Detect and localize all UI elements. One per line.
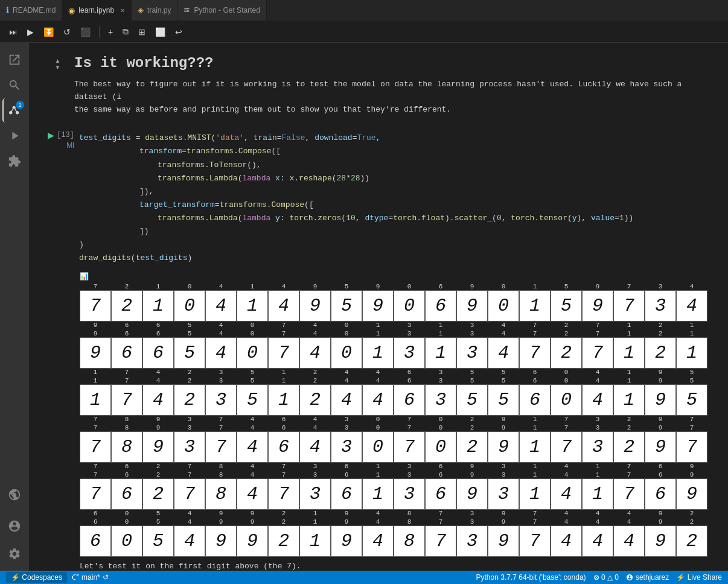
- mnist-top-label: 9: [488, 518, 519, 525]
- mnist-bot-label: 7: [174, 463, 205, 470]
- live-share-status[interactable]: ⚡ Live Share: [676, 573, 722, 582]
- mnist-digit-cell: 5: [237, 384, 268, 416]
- mnist-digit-cell: 2: [676, 525, 707, 557]
- run-all-button[interactable]: ⏭: [6, 25, 21, 39]
- mnist-digit-cell: 1: [362, 337, 394, 369]
- mnist-digit-cell: 3: [456, 525, 488, 557]
- mnist-digit-row: 17423512446355604195: [80, 384, 716, 416]
- mnist-digit-cell: 1: [582, 478, 613, 510]
- export-button[interactable]: ↩: [172, 25, 185, 39]
- mnist-bot-label: 7: [519, 510, 551, 517]
- mnist-top-label: 4: [205, 330, 237, 337]
- search-icon: [8, 78, 21, 92]
- mnist-digit-cell: 7: [80, 478, 111, 510]
- branch-icon: [72, 574, 79, 581]
- source-control-badge: 1: [16, 101, 24, 109]
- mnist-top-label: 5: [488, 377, 519, 384]
- mnist-bot-label: 9: [488, 510, 519, 517]
- mnist-digit-cell: 4: [299, 337, 331, 369]
- mnist-digit-cell: 3: [456, 337, 488, 369]
- mnist-digit-cell: 1: [519, 290, 551, 322]
- mnist-digit-cell: 9: [645, 431, 676, 463]
- mnist-bot-label: 9: [676, 463, 707, 470]
- bottom-text: Let's test it on the first digit above (…: [80, 562, 716, 571]
- branch-status[interactable]: main* ↺: [72, 573, 109, 582]
- mnist-digit-cell: 4: [237, 431, 268, 463]
- run-below-button[interactable]: ⏬: [40, 25, 57, 39]
- sidebar-item-run[interactable]: [2, 124, 27, 148]
- mnist-top-label: 7: [613, 283, 645, 290]
- mnist-top-label: 4: [142, 377, 174, 384]
- mnist-bot-label: 6: [425, 463, 456, 470]
- mnist-digit-cell: 9: [645, 525, 676, 557]
- mnist-digit-cell: 1: [425, 337, 456, 369]
- tab-learn-close[interactable]: ✕: [120, 7, 125, 14]
- tab-learn[interactable]: ◉ learn.ipynb ✕: [62, 0, 132, 21]
- mnist-bot-label: 3: [425, 369, 456, 376]
- mnist-bot-label: 4: [205, 322, 237, 329]
- mnist-bot-label: 2: [174, 369, 205, 376]
- mnist-digit-cell: 4: [362, 384, 394, 416]
- mnist-bot-label: 6: [111, 322, 142, 329]
- mnist-top-label: 2: [299, 377, 331, 384]
- mnist-bot-label: 9: [142, 416, 174, 423]
- tab-train[interactable]: ◈ train.py: [132, 0, 177, 21]
- outline-button[interactable]: ⬜: [152, 25, 168, 39]
- mnist-top-label: 9: [582, 283, 613, 290]
- cell-code[interactable]: test_digits = datasets.MNIST('data', tra…: [74, 129, 716, 267]
- codespaces-button[interactable]: ⚡ Codespaces: [6, 572, 67, 583]
- mnist-top-label: 1: [362, 471, 394, 478]
- user-status[interactable]: sethjuarez: [626, 573, 669, 582]
- run-button[interactable]: ▶: [24, 25, 37, 39]
- mnist-digit-cell: 2: [111, 290, 142, 322]
- mnist-top-label: 2: [111, 283, 142, 290]
- run-cell-button[interactable]: ▶: [48, 130, 54, 140]
- sidebar-item-remote[interactable]: [2, 483, 27, 507]
- mnist-digit-cell: 1: [237, 290, 268, 322]
- sidebar-item-source-control[interactable]: 1: [2, 98, 27, 122]
- cell-collapse-up[interactable]: ▲: [55, 57, 61, 64]
- mnist-bot-label: 7: [111, 369, 142, 376]
- restart-button[interactable]: ↺: [60, 25, 74, 39]
- add-cell-button[interactable]: +: [105, 25, 116, 39]
- sidebar-item-explorer[interactable]: [2, 48, 27, 72]
- mnist-top-label: 3: [394, 330, 425, 337]
- status-left: ⚡ Codespaces main* ↺: [6, 572, 109, 583]
- tab-readme[interactable]: ℹ README.md: [0, 0, 62, 21]
- mnist-digit-cell: 5: [551, 290, 582, 322]
- mnist-digit-cell: 7: [551, 431, 582, 463]
- mnist-top-label: 4: [205, 283, 237, 290]
- mnist-top-label: 9: [237, 518, 268, 525]
- mnist-digit-cell: 9: [142, 431, 174, 463]
- mnist-digit-cell: 6: [394, 384, 425, 416]
- split-button[interactable]: ⧉: [120, 25, 132, 39]
- mnist-top-label: 3: [299, 471, 331, 478]
- mnist-top-label: 5: [142, 518, 174, 525]
- mnist-digit-cell: 4: [205, 337, 237, 369]
- python-version[interactable]: Python 3.7.7 64-bit ('base': conda): [476, 573, 586, 582]
- stop-button[interactable]: ⬛: [77, 25, 94, 39]
- mnist-bot-label: 0: [362, 416, 394, 423]
- mnist-digit-cell: 7: [519, 525, 551, 557]
- grid-button[interactable]: ⊞: [135, 25, 148, 39]
- mnist-digit-cell: 4: [362, 525, 394, 557]
- cell-description: The best way to figure out if it is work…: [74, 78, 716, 116]
- notebook-icon: ◉: [68, 6, 75, 15]
- errors-status[interactable]: ⊗ 0 △ 0: [593, 573, 619, 582]
- mnist-digit-cell: 3: [645, 290, 676, 322]
- mnist-top-label: 9: [362, 283, 394, 290]
- mnist-bot-label: 4: [142, 369, 174, 376]
- mnist-digit-cell: 5: [488, 384, 519, 416]
- sidebar-item-settings[interactable]: [2, 542, 27, 566]
- tab-getstarted[interactable]: ≋ Python - Get Started: [177, 0, 266, 21]
- cell-collapse-down[interactable]: ▼: [55, 64, 61, 71]
- tab-train-label: train.py: [147, 6, 171, 14]
- mnist-digit-cell: 3: [582, 431, 613, 463]
- mnist-bot-label: 7: [551, 416, 582, 423]
- mnist-bot-label: 4: [551, 510, 582, 517]
- mnist-bot-label: 9: [237, 510, 268, 517]
- sidebar-item-search[interactable]: [2, 73, 27, 97]
- sidebar-item-account[interactable]: [2, 514, 27, 538]
- sidebar-item-extensions[interactable]: [2, 149, 27, 173]
- mnist-digit-cell: 4: [237, 478, 268, 510]
